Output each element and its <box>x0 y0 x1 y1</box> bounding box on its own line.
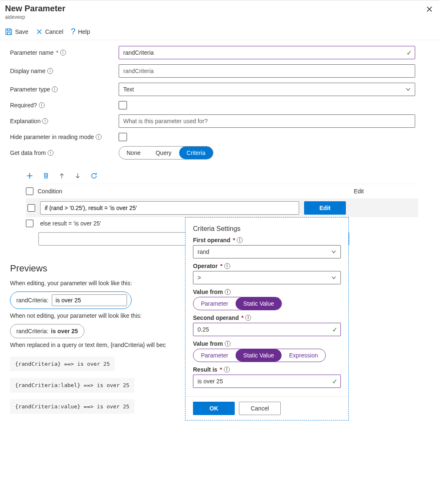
cancel-label: Cancel <box>45 28 63 35</box>
value-from-pillgroup-1: Parameter Static Value <box>193 297 282 310</box>
info-icon[interactable]: i <box>225 289 231 295</box>
info-icon[interactable]: i <box>39 102 45 108</box>
ok-button[interactable]: OK <box>193 402 235 415</box>
page-subtitle: aidevexp <box>5 14 66 20</box>
column-condition: Condition <box>38 188 62 195</box>
cancel-icon <box>36 28 43 35</box>
refresh-button[interactable] <box>90 172 98 180</box>
popup-title: Criteria Settings <box>193 225 341 233</box>
param-type-label: Parameter type i <box>10 86 119 93</box>
preview-pill-label: randCriteria: <box>16 297 48 304</box>
getdata-criteria[interactable]: Criteria <box>179 147 213 159</box>
required-checkbox[interactable] <box>119 101 127 109</box>
preview-static-pill: randCriteria: is over 25 <box>10 324 84 338</box>
code-example-3: {randCriteria:value} ==> is over 25 <box>10 399 134 414</box>
info-icon[interactable]: i <box>225 341 231 347</box>
info-icon[interactable]: i <box>52 86 58 92</box>
page-title: New Parameter <box>5 4 66 13</box>
preview-editing-pill: randCriteria: <box>10 291 132 309</box>
first-operand-select[interactable]: rand <box>193 245 341 258</box>
move-up-button[interactable] <box>58 172 65 180</box>
column-edit: Edit <box>354 188 418 195</box>
code-example-2: {randCriteria:label} ==> is over 25 <box>10 378 134 393</box>
help-icon: ? <box>71 27 76 36</box>
param-name-input[interactable] <box>119 46 415 59</box>
vf2-static[interactable]: Static Value <box>236 349 282 362</box>
info-icon[interactable]: i <box>237 237 243 243</box>
getdata-query[interactable]: Query <box>148 147 179 159</box>
help-label: Help <box>78 28 90 35</box>
operator-label: Operator* i <box>193 263 341 269</box>
preview-static-label: randCriteria: <box>16 328 48 334</box>
display-name-input[interactable] <box>119 64 415 78</box>
value-from-pillgroup-2: Parameter Static Value Expression <box>193 349 326 362</box>
info-icon[interactable]: i <box>224 263 230 269</box>
edit-button[interactable]: Edit <box>304 201 346 215</box>
result-input[interactable] <box>193 375 341 388</box>
second-operand-label: Second operand* i <box>193 314 341 321</box>
param-name-label: Parameter name* i <box>10 49 119 56</box>
hide-label: Hide parameter in reading mode i <box>10 134 119 140</box>
condition-input[interactable] <box>40 201 299 215</box>
help-button[interactable]: ? Help <box>71 27 90 36</box>
first-operand-label: First operand* i <box>193 237 341 243</box>
vf2-parameter[interactable]: Parameter <box>193 349 236 362</box>
save-button[interactable]: Save <box>5 27 28 36</box>
code-example-1: {randCriteria} ==> is over 25 <box>10 357 115 371</box>
vf2-expression[interactable]: Expression <box>282 349 325 362</box>
header-bar: New Parameter aidevexp Save Cancel <box>0 0 439 40</box>
row-checkbox[interactable] <box>26 220 33 227</box>
row-checkbox[interactable] <box>28 204 35 212</box>
criteria-settings-popup: Criteria Settings First operand* i rand … <box>185 217 349 420</box>
preview-pill-input[interactable] <box>52 294 127 306</box>
info-icon[interactable]: i <box>47 68 53 74</box>
info-icon[interactable]: i <box>48 150 53 156</box>
value-from-label-1: Value from i <box>193 289 341 295</box>
result-label: Result is* i <box>193 366 341 373</box>
save-icon <box>5 28 13 35</box>
criteria-toolbar <box>10 165 431 184</box>
getdata-label: Get data from i <box>10 149 119 156</box>
info-icon[interactable]: i <box>60 50 66 56</box>
delete-button[interactable] <box>43 172 49 180</box>
param-type-select[interactable]: Text <box>119 83 415 96</box>
move-down-button[interactable] <box>74 172 81 180</box>
getdata-none[interactable]: None <box>119 147 148 159</box>
condition-text: else result = 'is over 25' <box>38 220 101 227</box>
select-all-checkbox[interactable] <box>26 187 33 195</box>
info-icon[interactable]: i <box>96 134 102 140</box>
vf1-parameter[interactable]: Parameter <box>193 297 236 310</box>
info-icon[interactable]: i <box>42 118 48 124</box>
info-icon[interactable]: i <box>224 367 230 372</box>
close-button[interactable] <box>422 4 436 15</box>
explanation-label: Explanation i <box>10 118 119 124</box>
explanation-input[interactable] <box>119 114 415 128</box>
operator-select[interactable]: > <box>193 271 341 284</box>
cancel-popup-button[interactable]: Cancel <box>239 402 281 415</box>
cancel-button[interactable]: Cancel <box>36 27 63 36</box>
criteria-row: Edit <box>26 199 418 217</box>
save-label: Save <box>15 28 28 35</box>
vf1-static[interactable]: Static Value <box>236 297 282 310</box>
info-icon[interactable]: i <box>245 315 251 321</box>
second-operand-input[interactable] <box>193 323 341 336</box>
hide-checkbox[interactable] <box>119 133 127 141</box>
getdata-pillgroup: None Query Criteria <box>119 146 213 160</box>
add-button[interactable] <box>26 172 33 180</box>
preview-static-value: is over 25 <box>51 328 78 334</box>
required-label: Required? i <box>10 102 119 109</box>
value-from-label-2: Value from i <box>193 340 341 347</box>
display-name-label: Display name i <box>10 68 119 74</box>
